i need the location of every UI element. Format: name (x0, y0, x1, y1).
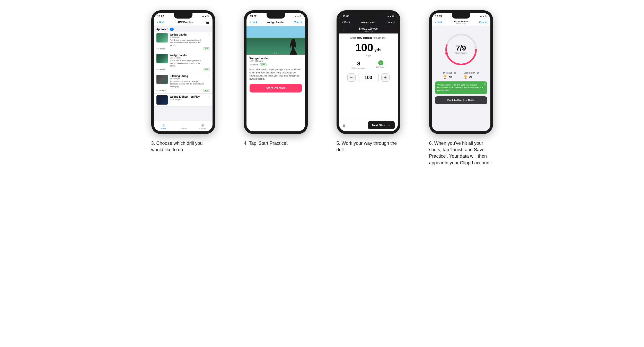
status-icons-3: ▪▪ ▲ ⊡ (387, 15, 394, 18)
drill-desc-3: Hit 1 shot at each of the 10 target dist… (170, 80, 206, 88)
drill-yards-1: 50–100 yds (170, 36, 206, 38)
phone-screen-2: 13:02 ▪▪ ▲ ⊡ < Back Wedge Ladder Cancel (246, 13, 305, 131)
shot-body: Enter carry distance for each shot 100 y… (339, 33, 398, 119)
caption-4: 6. When you've hit all your shots, tap '… (429, 140, 493, 166)
phone-notch-3 (359, 13, 378, 19)
section-header: Approach 7 (154, 26, 213, 32)
prev-pb-label: Previous PB (443, 72, 456, 74)
nav-title-3: Wedge Ladder (361, 21, 375, 24)
tab-capture[interactable]: ⊕ Capture (193, 121, 213, 131)
last-month-value: 🏆 -/9 (464, 75, 479, 79)
next-shot-button[interactable]: Next Shot → (368, 121, 394, 129)
drill-star-3[interactable]: ☆ (208, 75, 210, 78)
nav-menu-icon-1[interactable]: ☰ (206, 20, 209, 24)
drill-thumb-4 (156, 95, 168, 105)
drill-name-1: Wedge Ladder (170, 33, 206, 36)
shot-stats: 3 Difference (yds) ✓ Hit Target (342, 60, 395, 69)
tab-activities[interactable]: ↕ Activities (173, 121, 193, 131)
target-label: Target (342, 54, 395, 57)
drill-item-3[interactable]: Pitching String 55–100 yds Hit 1 shot at… (154, 73, 213, 94)
detail-desc: Play 1 shot at each target yardage. If y… (250, 68, 302, 81)
column-3: 13:03 ▪▪ ▲ ⊡ < Back Wedge Ladder Cancel … (327, 10, 410, 166)
drill-item-1[interactable]: Wedge Ladder 50–100 yds Play 1 shot at e… (154, 32, 213, 52)
drill-name-2: Wedge Ladder (170, 54, 206, 57)
phone-screen-1: 13:02 ▪▪ ▲ ⊡ < Back APP Practice ☰ Appro… (154, 13, 213, 131)
phone-4: 13:03 ▪▪ ▲ ⊡ < Back Wedge Ladder 06 Mar … (429, 10, 493, 134)
caption-3: 5. Work your way through the drill. (337, 140, 400, 153)
drill-item-2[interactable]: Wedge Ladder 100–140 yds Play 1 shot at … (154, 52, 213, 73)
drill-name-3: Pitching String (170, 75, 206, 78)
nav-back-4[interactable]: < Back (435, 21, 443, 24)
section-badge: 7 (170, 28, 173, 31)
image-dots (274, 53, 277, 54)
phone2-detail: Wedge Ladder 100–140 yds ☆ ○9 shots APP … (246, 26, 305, 131)
nav-cancel-3[interactable]: Cancel (386, 21, 394, 24)
detail-name-block: Wedge Ladder 100–140 yds (250, 57, 269, 62)
column-2: 13:02 ▪▪ ▲ ⊡ < Back Wedge Ladder Cancel (235, 10, 317, 166)
nav-bar-4: < Back Wedge Ladder 06 Mar 2023 Cancel (432, 19, 490, 26)
tab-home[interactable]: ⌂ Home (154, 121, 173, 131)
detail-badge: APP (260, 63, 266, 66)
trash-icon[interactable]: 🗑 (342, 123, 346, 127)
difference-label: Difference (yds) (351, 67, 366, 69)
nav-cancel-2[interactable]: Cancel (294, 21, 302, 24)
score-text: 7/9 Total Score (455, 45, 467, 54)
drill-badge-3: APP (203, 89, 210, 92)
target-yardage-num: 100 (355, 41, 373, 54)
detail-header: Wedge Ladder 100–140 yds ☆ (250, 57, 302, 62)
drill-info-3: Pitching String 55–100 yds Hit 1 shot at… (170, 75, 206, 88)
drill-list: Wedge Ladder 50–100 yds Play 1 shot at e… (154, 32, 213, 107)
nav-bar-1: < Back APP Practice ☰ (154, 19, 213, 26)
activities-icon: ↕ (182, 123, 184, 127)
nav-back-2[interactable]: < Back (250, 21, 258, 24)
drill-yards-3: 55–100 yds (170, 78, 206, 80)
drill-star-4[interactable]: ☆ (208, 95, 210, 98)
next-shot-arrow-icon: → (387, 123, 391, 127)
input-display[interactable]: 103 (358, 73, 379, 82)
decrement-button[interactable]: − (347, 73, 356, 82)
nav-cancel-4[interactable]: Cancel (479, 21, 487, 24)
nav-back-1[interactable]: < Back (157, 21, 165, 24)
toast-close-icon[interactable]: ✕ (484, 82, 486, 86)
pb-row: Previous PB 🏆 -/9 Last month PB 🏆 -/9 (443, 72, 479, 79)
drill-badge-1: APP (203, 47, 210, 50)
next-shot-arrow[interactable]: → (391, 28, 395, 32)
drill-list-container: Approach 7 Wedge Ladder 50–100 yds Pl (154, 26, 213, 121)
nav-date: 06 Mar 2023 (454, 22, 468, 24)
capture-icon: ⊕ (201, 123, 204, 127)
column-1: 13:02 ▪▪ ▲ ⊡ < Back APP Practice ☰ Appro… (142, 10, 224, 166)
dot-1 (274, 53, 275, 54)
drill-desc-2: Play 1 shot at each target yardage. If y… (170, 60, 206, 67)
difference-value: 3 (351, 60, 366, 67)
svg-point-2 (445, 52, 448, 55)
detail-yards: 100–140 yds (250, 60, 269, 62)
increment-button[interactable]: + (381, 73, 390, 82)
start-practice-button[interactable]: Start Practice (250, 84, 302, 92)
drill-info-2: Wedge Ladder 100–140 yds Play 1 shot at … (170, 54, 206, 67)
prev-shot-arrow[interactable]: ← (342, 28, 346, 32)
shot-score: Score 5/9 (359, 30, 378, 32)
detail-star[interactable]: ☆ (300, 57, 302, 60)
drill-star-1[interactable]: ☆ (208, 33, 210, 36)
drill-info-1: Wedge Ladder 50–100 yds Play 1 shot at e… (170, 33, 206, 46)
toast-text: 'Wedge Ladder (100–140 yds)' was created… (437, 84, 483, 92)
shot-instruction: Enter carry distance for each shot (342, 37, 395, 39)
back-to-drills-button[interactable]: Back to Practice Drills (435, 96, 487, 104)
results-body: 7/9 Total Score Previous PB 🏆 -/9 (432, 26, 490, 131)
prev-pb: Previous PB 🏆 -/9 (443, 72, 456, 79)
nav-back-3[interactable]: < Back (342, 21, 350, 24)
drill-star-2[interactable]: ☆ (208, 54, 210, 57)
phone-notch-2 (267, 13, 285, 19)
prev-pb-value: 🏆 -/9 (443, 75, 456, 79)
shot-actions: 🗑 Next Shot → (339, 119, 398, 131)
next-shot-label: Next Shot (372, 124, 385, 127)
caption-2: 4. Tap 'Start Practice'. (244, 140, 308, 147)
drill-shots-1: ○9 shots (156, 48, 165, 50)
golfer-silhouette (290, 39, 297, 55)
drill-shots-2: ○9 shots (156, 69, 165, 71)
drill-yards-4: 100–140 yds (170, 98, 206, 100)
status-time-1: 13:02 (157, 15, 164, 18)
drill-item-4[interactable]: Wedge & Short Iron Play 100–140 yds ☆ (154, 94, 213, 106)
status-icons-1: ▪▪ ▲ ⊡ (202, 15, 209, 18)
target-unit: yds (374, 48, 382, 52)
